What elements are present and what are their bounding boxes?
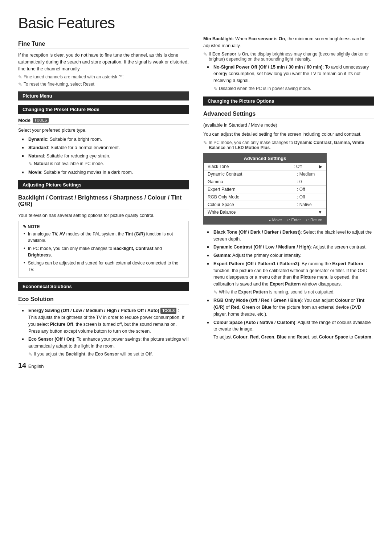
eco-sensor-brightness-note: ✎ If Eco Sensor is On, the display brigh… (203, 52, 374, 62)
bullet-dynamic-contrast: Dynamic Contrast (Off / Low / Medium / H… (207, 244, 374, 251)
pencil-icon-3: ✎ (28, 160, 32, 168)
note-box: ✎ NOTE In analogue TV, AV modes of the P… (18, 221, 189, 278)
gamma-label: Gamma (208, 179, 297, 184)
picture-menu-bar: Picture Menu (18, 91, 189, 100)
bullet-black-tone: Black Tone (Off / Dark / Darker / Darkes… (207, 229, 374, 243)
tools-badge-mode: TOOLS (33, 118, 49, 123)
backlight-body: Your television has several setting opti… (18, 212, 189, 219)
table-row-white-balance: White Balance ▼ (204, 209, 326, 216)
note-item-1: In analogue TV, AV modes of the PAL syst… (23, 231, 184, 244)
gamma-value: : 0 (297, 179, 322, 184)
advanced-settings-title: Advanced Settings (203, 111, 374, 119)
nav-move: ⬥ Move (269, 218, 282, 222)
page-title: Basic Features (18, 15, 374, 32)
fine-tune-body: If the reception is clear, you do not ha… (18, 52, 189, 72)
black-tone-arrow: ▶ (319, 164, 322, 169)
expert-pattern-note: ✎ While the Expert Pattern is running, s… (213, 289, 374, 296)
advanced-settings-body: You can adjust the detailed setting for … (203, 131, 374, 138)
pencil-icon-7: ✎ (203, 140, 207, 145)
min-backlight-text: Min Backlight: When Eco sensor is On, th… (203, 36, 374, 49)
eco-sensor-note: ✎ If you adjust the Backlight, the Eco S… (28, 351, 189, 358)
table-row-gamma: Gamma : 0 (204, 178, 326, 186)
dynamic-contrast-value: : Medium (297, 172, 322, 177)
pencil-icon-2: ✎ (18, 82, 22, 87)
changing-picture-options-bar: Changing the Picture Options (203, 97, 374, 106)
note-list: In analogue TV, AV modes of the PAL syst… (23, 231, 184, 273)
mode-dynamic: Dynamic: Suitable for a bright room. (22, 136, 189, 143)
table-row-black-tone: Black Tone : Off ▶ (204, 163, 326, 171)
tools-badge-energy: TOOLS (160, 308, 176, 314)
bullet-colour-space: Colour Space (Auto / Native / Custom): A… (207, 319, 374, 341)
no-signal-list: No-Signal Power Off (Off / 15 min / 30 m… (207, 64, 374, 93)
table-row-expert-pattern: Expert Pattern : Off (204, 186, 326, 193)
pencil-icon-8: ✎ (213, 289, 217, 296)
expert-pattern-label: Expert Pattern (208, 187, 297, 192)
right-column: Min Backlight: When Eco sensor is On, th… (203, 36, 374, 370)
advanced-settings-table: Advanced Settings Black Tone : Off ▶ Dyn… (203, 153, 327, 225)
rgb-only-label: RGB Only Mode (208, 194, 297, 200)
eco-sensor: Eco Sensor (Off / On): To enhance your p… (22, 336, 189, 358)
pencil-icon-6: ✎ (213, 85, 217, 93)
eco-solution-title: Eco Solution (18, 296, 189, 304)
fine-tune-title: Fine Tune (18, 41, 189, 49)
bullet-expert-pattern: Expert Pattern (Off / Pattern1 / Pattern… (207, 260, 374, 296)
advanced-settings-subtitle: (available in Standard / Movie mode) (203, 122, 374, 129)
white-balance-down-arrow: ▼ (318, 210, 322, 215)
colour-space-subnote: To adjust Colour, Red, Green, Blue and R… (213, 334, 374, 341)
table-nav-bar: ⬥ Move ↵ Enter ↩ Return (204, 216, 326, 224)
note-item-3: Settings can be adjusted and stored for … (23, 260, 184, 273)
table-row-rgb-only: RGB Only Mode : Off (204, 193, 326, 201)
advanced-bullet-list: Black Tone (Off / Dark / Darker / Darkes… (207, 229, 374, 341)
mode-description: Select your preferred picture type. (18, 127, 189, 134)
mode-standard: Standard: Suitable for a normal environm… (22, 144, 189, 151)
note-label: ✎ NOTE (23, 224, 184, 229)
mode-list: Dynamic: Suitable for a bright room. Sta… (22, 136, 189, 176)
backlight-section-title: Backlight / Contrast / Brightness / Shar… (18, 194, 189, 209)
black-tone-value: : Off (294, 164, 319, 169)
white-balance-label: White Balance (208, 210, 293, 215)
colour-space-value: : Native (297, 202, 322, 207)
bullet-rgb-only: RGB Only Mode (Off / Red / Green / Blue)… (207, 297, 374, 317)
expert-pattern-value: : Off (297, 187, 322, 192)
pencil-icon-1: ✎ (18, 74, 22, 80)
no-signal-note: ✎ Disabled when the PC is in power savin… (213, 85, 374, 93)
fine-tune-note2: ✎ To reset the fine-tuning, select Reset… (18, 82, 189, 87)
pencil-icon-4: ✎ (28, 351, 32, 358)
left-column: Fine Tune If the reception is clear, you… (18, 36, 189, 370)
colour-space-label: Colour Space (208, 202, 297, 207)
changing-preset-bar: Changing the Preset Picture Mode (18, 105, 189, 114)
adjusting-picture-bar: Adjusting Picture Settings (18, 180, 189, 189)
table-row-dynamic-contrast: Dynamic Contrast : Medium (204, 171, 326, 178)
economical-solutions-bar: Economical Solutions (18, 282, 189, 291)
mode-title: Mode TOOLS (18, 118, 189, 125)
bullet-gamma: Gamma: Adjust the primary colour intensi… (207, 252, 374, 259)
eco-solution-list: Energy Saving (Off / Low / Medium / High… (22, 307, 189, 358)
advanced-pc-note: ✎ In PC mode, you can only make changes … (203, 140, 374, 150)
dynamic-contrast-label: Dynamic Contrast (208, 172, 297, 177)
nav-return: ↩ Return (306, 218, 322, 222)
natural-note: ✎ Natural is not available in PC mode. (28, 160, 189, 168)
nav-enter: ↵ Enter (287, 218, 301, 222)
mode-movie: Movie: Suitable for watching movies in a… (22, 169, 189, 176)
page-language: English (28, 364, 44, 369)
table-row-colour-space: Colour Space : Native (204, 201, 326, 209)
note-item-2: In PC mode, you can only make changes to… (23, 245, 184, 258)
rgb-only-value: : Off (297, 194, 322, 200)
no-signal-item: No-Signal Power Off (Off / 15 min / 30 m… (207, 64, 374, 93)
eco-energy-saving: Energy Saving (Off / Low / Medium / High… (22, 307, 189, 334)
page-number: 14 English (18, 361, 189, 370)
mode-natural: Natural: Suitable for reducing eye strai… (22, 153, 189, 168)
advanced-table-header: Advanced Settings (204, 154, 326, 163)
fine-tune-note1: ✎ Fine tuned channels are marked with an… (18, 74, 189, 80)
pencil-icon-5: ✎ (203, 52, 207, 57)
black-tone-label: Black Tone (208, 164, 294, 169)
